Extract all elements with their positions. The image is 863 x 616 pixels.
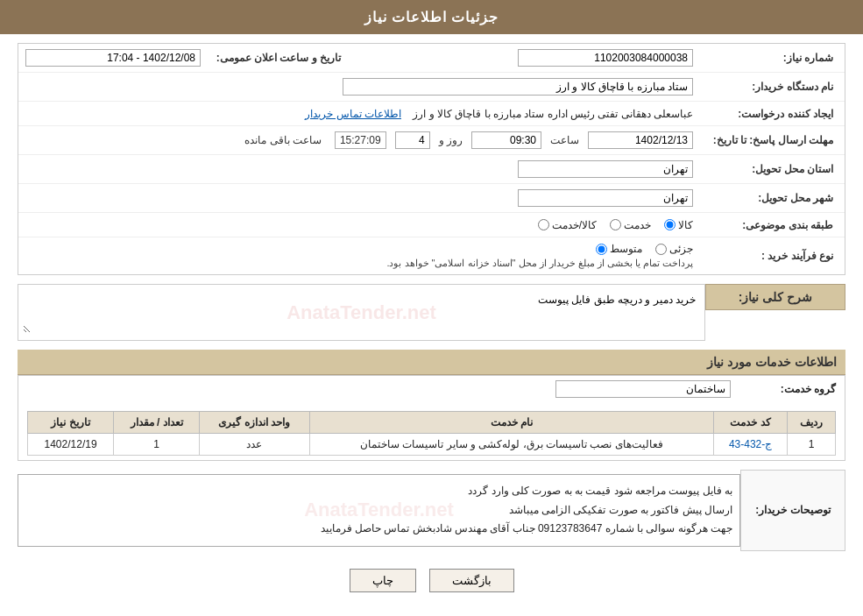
deadline-days-input[interactable] bbox=[395, 131, 430, 149]
back-button[interactable]: بازگشت bbox=[429, 569, 514, 592]
buyer-org-value-cell bbox=[25, 76, 697, 97]
city-value-cell bbox=[25, 188, 697, 209]
announce-label: تاریخ و ساعت اعلان عمومی: bbox=[205, 52, 345, 64]
purchase-radio-group: جزئی متوسط bbox=[30, 243, 693, 255]
cell-date: 1402/12/19 bbox=[28, 434, 114, 456]
category-service-label: خدمت bbox=[624, 219, 651, 231]
deadline-label: مهلت ارسال پاسخ: تا تاریخ: bbox=[697, 134, 838, 146]
services-section: گروه خدمت: ردیف کد خدمت نام خدمت واحد ان… bbox=[18, 375, 845, 461]
col-code: کد خدمت bbox=[713, 412, 787, 434]
deadline-date-input[interactable] bbox=[588, 131, 693, 149]
bottom-buttons: بازگشت چاپ bbox=[18, 560, 845, 601]
creator-value-cell: عباسعلی دهقانی تفتی رئیس اداره ستاد مبار… bbox=[25, 106, 697, 122]
purchase-partial-label: جزئی bbox=[669, 243, 693, 255]
province-input[interactable] bbox=[518, 160, 693, 178]
need-desc-textarea[interactable]: خرید دمیر و دریچه طبق فایل پیوست bbox=[23, 289, 700, 333]
category-row: طبقه بندی موضوعی: کالا خدمت کالا/خدمت bbox=[18, 213, 845, 237]
buyer-org-input[interactable] bbox=[343, 78, 693, 96]
need-desc-section-header: شرح کلی نیاز: bbox=[705, 284, 845, 310]
page-title: جزئیات اطلاعات نیاز bbox=[364, 10, 499, 25]
deadline-day-label: روز و bbox=[439, 134, 463, 146]
category-service-item: خدمت bbox=[610, 219, 651, 231]
service-group-row: گروه خدمت: bbox=[18, 376, 845, 402]
category-radio-group: کالا خدمت کالا/خدمت bbox=[30, 219, 693, 231]
creator-label: ایجاد کننده درخواست: bbox=[697, 108, 838, 120]
deadline-time-label: ساعت bbox=[550, 134, 579, 146]
col-date: تاریخ نیاز bbox=[28, 412, 114, 434]
deadline-value-cell: ساعت روز و 15:27:09 ساعت باقی مانده bbox=[25, 130, 697, 151]
buyer-desc-container: AnataTender.net به فایل پیوست مراجعه شود… bbox=[18, 474, 740, 547]
purchase-medium-radio[interactable] bbox=[596, 244, 607, 255]
services-title: اطلاعات خدمات مورد نیاز bbox=[707, 355, 837, 369]
print-button[interactable]: چاپ bbox=[350, 569, 416, 592]
province-value-cell bbox=[25, 159, 697, 180]
purchase-medium-label: متوسط bbox=[610, 243, 642, 255]
announce-input[interactable] bbox=[25, 49, 201, 67]
purchase-partial-item: جزئی bbox=[655, 243, 693, 255]
need-number-row: شماره نیاز: تاریخ و ساعت اعلان عمومی: bbox=[18, 44, 845, 73]
need-desc-label: شرح کلی نیاز: bbox=[739, 290, 812, 304]
page-header: جزئیات اطلاعات نیاز bbox=[0, 0, 863, 34]
city-label: شهر محل تحویل: bbox=[697, 192, 838, 204]
remaining-time-value: 15:27:09 bbox=[335, 131, 386, 149]
purchase-type-row: نوع فرآیند خرید : جزئی متوسط پرداخت تمام… bbox=[18, 237, 845, 274]
category-label: طبقه بندی موضوعی: bbox=[697, 219, 838, 231]
buyer-desc-section: توصیحات خریدار: AnataTender.net به فایل … bbox=[18, 470, 845, 551]
buyer-desc-line2: ارسال پیش فاکتور به صورت تفکیکی الزامی م… bbox=[25, 501, 732, 520]
remaining-label: ساعت باقی مانده bbox=[244, 134, 322, 146]
main-content: شماره نیاز: تاریخ و ساعت اعلان عمومی: نا… bbox=[0, 34, 863, 610]
buyer-desc-line3: جهت هرگونه سوالی با شماره 09123783647 جن… bbox=[25, 520, 732, 539]
cell-qty: 1 bbox=[114, 434, 200, 456]
col-unit: واحد اندازه گیری bbox=[200, 412, 310, 434]
need-desc-container: خرید دمیر و دریچه طبق فایل پیوست AnataTe… bbox=[18, 284, 705, 341]
category-both-label: کالا/خدمت bbox=[552, 219, 597, 231]
buyer-desc-line1: به فایل پیوست مراجعه شود قیمت به به صورت… bbox=[25, 482, 732, 501]
deadline-date-row: ساعت روز و 15:27:09 ساعت باقی مانده bbox=[30, 131, 693, 149]
need-number-input[interactable] bbox=[518, 49, 693, 67]
buyer-org-row: نام دستگاه خریدار: bbox=[18, 73, 845, 102]
buyer-desc-label: توصیحات خریدار: bbox=[740, 470, 845, 551]
cell-code: ج-432-43 bbox=[713, 434, 787, 456]
service-group-label: گروه خدمت: bbox=[731, 383, 836, 395]
category-service-radio[interactable] bbox=[610, 219, 621, 230]
category-both-radio[interactable] bbox=[538, 219, 549, 230]
city-input[interactable] bbox=[518, 189, 693, 207]
table-row: 1 ج-432-43 فعالیت‌های نصب تاسیسات برق، ل… bbox=[28, 434, 836, 456]
cell-row: 1 bbox=[788, 434, 836, 456]
purchase-type-value-cell: جزئی متوسط پرداخت تمام یا بخشی از مبلغ خ… bbox=[25, 241, 697, 271]
col-name: نام خدمت bbox=[309, 412, 713, 434]
contact-link[interactable]: اطلاعات تماس خریدار bbox=[305, 108, 401, 120]
col-row: ردیف bbox=[788, 412, 836, 434]
creator-row: ایجاد کننده درخواست: عباسعلی دهقانی تفتی… bbox=[18, 102, 845, 126]
cell-name: فعالیت‌های نصب تاسیسات برق، لوله‌کشی و س… bbox=[309, 434, 713, 456]
services-table-container: ردیف کد خدمت نام خدمت واحد اندازه گیری ت… bbox=[18, 402, 845, 460]
province-label: استان محل تحویل: bbox=[697, 163, 838, 175]
creator-value: عباسعلی دهقانی تفتی رئیس اداره ستاد مبار… bbox=[413, 108, 693, 120]
need-desc-section: شرح کلی نیاز: خرید دمیر و دریچه طبق فایل… bbox=[18, 284, 845, 341]
services-section-header: اطلاعات خدمات مورد نیاز bbox=[18, 350, 845, 375]
cell-unit: عدد bbox=[200, 434, 310, 456]
purchase-medium-item: متوسط bbox=[596, 243, 642, 255]
category-goods-item: کالا bbox=[664, 219, 693, 231]
category-both-item: کالا/خدمت bbox=[538, 219, 597, 231]
purchase-partial-radio[interactable] bbox=[655, 244, 667, 255]
purchase-type-label: نوع فرآیند خرید : bbox=[697, 250, 838, 262]
deadline-row: مهلت ارسال پاسخ: تا تاریخ: ساعت روز و 15… bbox=[18, 126, 845, 155]
deadline-time-input[interactable] bbox=[471, 131, 541, 149]
table-header-row: ردیف کد خدمت نام خدمت واحد اندازه گیری ت… bbox=[28, 412, 836, 434]
page-container: جزئیات اطلاعات نیاز شماره نیاز: تاریخ و … bbox=[0, 0, 863, 616]
buyer-org-label: نام دستگاه خریدار: bbox=[697, 81, 838, 93]
category-value-cell: کالا خدمت کالا/خدمت bbox=[25, 217, 697, 233]
service-group-input[interactable] bbox=[555, 380, 731, 398]
category-goods-radio[interactable] bbox=[664, 219, 676, 230]
purchase-note: پرداخت تمام یا بخشی از مبلغ خریدار از مح… bbox=[30, 258, 693, 269]
need-number-value-cell bbox=[363, 47, 697, 68]
col-qty: تعداد / مقدار bbox=[114, 412, 200, 434]
services-table: ردیف کد خدمت نام خدمت واحد اندازه گیری ت… bbox=[27, 411, 836, 456]
category-goods-label: کالا bbox=[678, 219, 693, 231]
watermark-area: خرید دمیر و دریچه طبق فایل پیوست AnataTe… bbox=[23, 289, 700, 336]
city-row: شهر محل تحویل: bbox=[18, 184, 845, 213]
need-number-label: شماره نیاز: bbox=[697, 52, 838, 64]
province-row: استان محل تحویل: bbox=[18, 155, 845, 184]
form-section: شماره نیاز: تاریخ و ساعت اعلان عمومی: نا… bbox=[18, 43, 845, 275]
